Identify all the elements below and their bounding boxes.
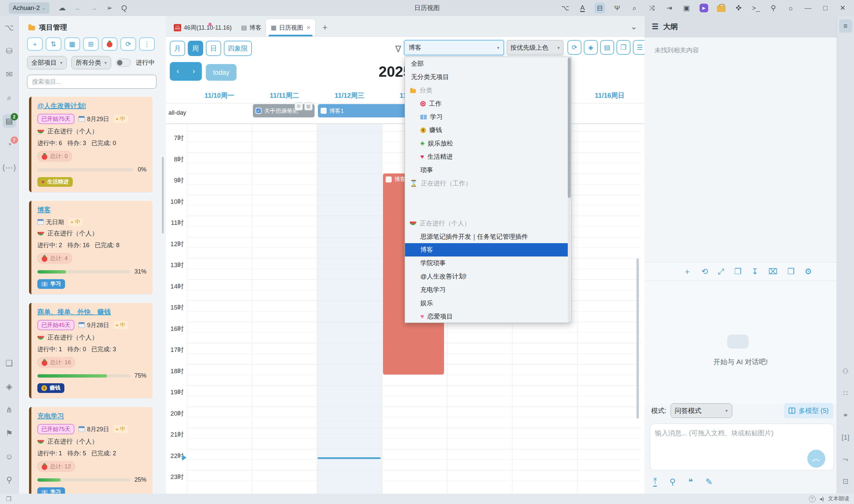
dropdown-item[interactable]: $赚钱	[405, 123, 571, 137]
dropdown-item[interactable]: 学习	[405, 110, 571, 124]
project-filter-dropdown[interactable]: 博客 ▾	[404, 40, 504, 55]
kanban-view-button[interactable]: ⊞	[83, 37, 99, 51]
link-icon[interactable]: ⚭	[839, 409, 852, 422]
dropdown-item[interactable]: 正在进行（个人）	[405, 217, 571, 230]
tab-46周(11.10-11.16)[interactable]: 202546周46周(11.10-11.16)	[169, 19, 236, 36]
workflow-icon[interactable]: ⌥	[560, 3, 570, 13]
in-progress-toggle[interactable]	[116, 59, 131, 67]
video-app-icon[interactable]: ▶	[699, 4, 708, 12]
send-button[interactable]: ︿	[807, 450, 825, 468]
tag-icon[interactable]: ◈	[584, 40, 598, 55]
calendar-view-button[interactable]: ▦	[65, 37, 80, 51]
database-icon[interactable]: ⛁	[3, 44, 16, 58]
project-card[interactable]: @人生改善计划!已开始75天8月29日●中正在进行（个人）进行中: 6待办: 3…	[29, 97, 152, 192]
quote-icon[interactable]: ❝	[688, 477, 693, 487]
dropdown-item[interactable]: ♥生活精进	[405, 150, 571, 163]
video-app-icon[interactable]: ▶	[698, 3, 709, 13]
project-card-title[interactable]: 博客	[37, 205, 51, 215]
dropdown-item[interactable]: ♥恋爱项目	[405, 310, 571, 323]
view-button-周[interactable]: 周	[188, 41, 203, 56]
doc-chip-icon[interactable]: ▤	[304, 102, 313, 110]
plugin-icon[interactable]: ✜	[733, 3, 744, 13]
help-icon[interactable]: ?	[809, 496, 816, 502]
ai-assistant-icon[interactable]: ⚇	[839, 364, 852, 378]
dropdown-item[interactable]: ⌛正在进行（工作）	[405, 177, 571, 190]
new-chat-icon[interactable]: ＋	[683, 266, 691, 277]
microphone-icon[interactable]: Ψ	[612, 3, 622, 13]
fullscreen-icon[interactable]: ❒	[787, 267, 795, 276]
multi-model-button[interactable]: 多模型 (5)	[784, 403, 833, 418]
dropdown-item[interactable]: ♣娱乐放松	[405, 137, 571, 150]
more-button[interactable]: ⋮	[139, 37, 155, 51]
cloud-sync-icon[interactable]: ☁	[58, 4, 66, 12]
dropdown-item[interactable]: 全部	[405, 57, 571, 70]
category-tag[interactable]: ♥生活精进	[37, 177, 73, 187]
project-card-title[interactable]: 充电学习	[37, 412, 64, 420]
tab-close-icon[interactable]: ✕	[306, 25, 311, 31]
project-panel-scrollbar[interactable]	[162, 157, 164, 233]
mode-select[interactable]: 问答模式 ▾	[671, 403, 732, 418]
view-button-四象限[interactable]: 四象限	[224, 41, 252, 56]
project-board-icon[interactable]: ▤2	[3, 114, 16, 128]
delete-icon[interactable]: ⌧	[768, 267, 778, 276]
add-project-button[interactable]: ＋	[27, 37, 43, 51]
models-icon[interactable]: ∷	[839, 386, 852, 400]
minimize-icon[interactable]: —	[803, 3, 813, 13]
project-card-title[interactable]: 商单、接单、外快、赚钱	[37, 308, 111, 317]
tab-日历视图[interactable]: ▦日历视图✕	[266, 19, 315, 36]
forward-icon[interactable]: →	[90, 4, 98, 12]
tag-icon[interactable]: ◈	[3, 380, 16, 393]
calendar-scrollbar[interactable]	[636, 258, 639, 419]
sort-button[interactable]: ⇅	[46, 37, 61, 51]
event-checkbox[interactable]	[386, 177, 392, 182]
clipboard-icon[interactable]: ⊟	[595, 3, 605, 13]
dropdown-item[interactable]: 学院琐事	[405, 256, 571, 270]
history-icon[interactable]: ⟲	[701, 267, 708, 276]
refresh-button[interactable]: ⟳	[121, 37, 136, 51]
outline-toggle-icon[interactable]: ≡	[839, 19, 852, 33]
event-checkbox[interactable]	[321, 108, 327, 114]
copy-icon[interactable]: ❐	[734, 267, 742, 276]
dropdown-item[interactable]: 博客	[405, 243, 568, 256]
refresh-icon[interactable]: ⟳	[567, 40, 581, 55]
chat-input[interactable]	[650, 424, 834, 470]
file-tree-icon[interactable]: ⌥	[3, 21, 16, 34]
dropdown-item[interactable]: 工作	[405, 97, 571, 110]
font-style-icon[interactable]: A	[577, 3, 588, 13]
color-mode-dropdown[interactable]: 按优先级上色 ▾	[507, 40, 563, 55]
project-card[interactable]: 充电学习已开始75天8月29日●中正在进行（个人）进行中: 1待办: 5已完成:…	[29, 407, 152, 502]
new-tab-button[interactable]: ＋	[321, 21, 329, 33]
tts-label[interactable]: 文本朗读	[828, 495, 849, 502]
category-tag[interactable]: 学习	[37, 279, 65, 289]
qq-icon[interactable]: Q	[122, 4, 127, 12]
dropdown-item[interactable]: @人生改善计划!	[405, 270, 571, 283]
dropdown-item[interactable]: 充电学习	[405, 283, 571, 296]
send-icon[interactable]: ➢	[106, 4, 112, 12]
project-card-title[interactable]: @人生改善计划!	[37, 102, 86, 110]
import-icon[interactable]: ⇥	[664, 3, 674, 13]
dropdown-item[interactable]: 琐事	[405, 163, 571, 177]
progress-ring-icon[interactable]: ◔7	[3, 138, 16, 151]
inbox-icon[interactable]: ✉	[3, 68, 16, 81]
card-view-icon[interactable]: ▤	[600, 40, 614, 55]
toolbox-icon[interactable]	[716, 3, 727, 13]
dropdown-item[interactable]: 无分类无项目	[405, 70, 571, 84]
settings-icon[interactable]: ⚙	[805, 267, 812, 276]
pomodoro-button[interactable]	[102, 37, 117, 51]
theme-icon[interactable]: ☼	[785, 3, 796, 13]
dropdown-redacted-item[interactable]	[405, 203, 571, 217]
emoji-icon[interactable]: ☺	[3, 450, 16, 463]
dropdown-scrollbar-thumb[interactable]	[568, 58, 571, 198]
dropdown-item[interactable]: 娱乐	[405, 296, 571, 310]
copy-icon[interactable]: ❐	[617, 40, 631, 55]
zoom-out-icon[interactable]: ⚲	[3, 473, 16, 487]
dock-corner-icon[interactable]: ❒	[6, 495, 11, 503]
terminal-icon[interactable]: >_	[750, 3, 761, 13]
search-icon[interactable]: ⚲	[768, 3, 779, 13]
dropdown-redacted-item[interactable]	[405, 190, 571, 203]
project-card[interactable]: 博客无日期●中正在进行（个人）进行中: 2待办: 16已完成: 8总计: 431…	[29, 201, 152, 294]
tab-list-chevron[interactable]: ⌄	[631, 22, 637, 31]
project-filter-select[interactable]: 全部项目 ▾	[27, 56, 67, 69]
search-icon[interactable]: ⚲	[670, 477, 675, 487]
view-button-月[interactable]: 月	[170, 41, 185, 56]
